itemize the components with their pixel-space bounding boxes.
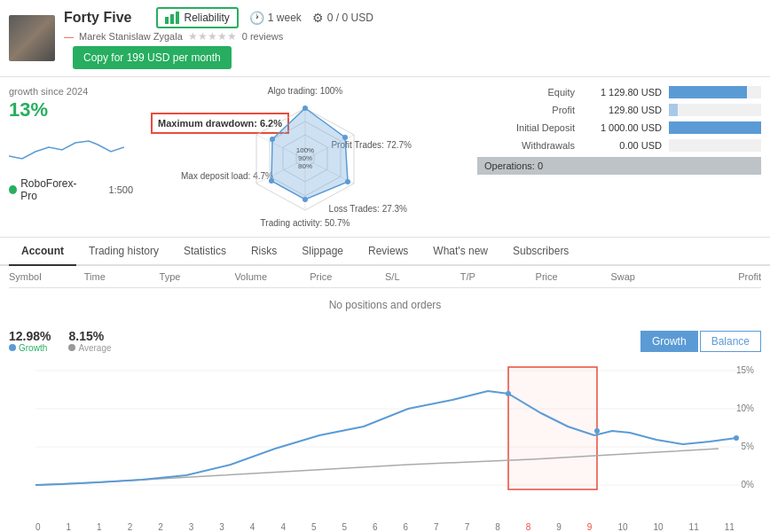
chart-stats: 12.98% Growth 8.15% Average xyxy=(9,329,112,353)
table-header: Symbol Time Type Volume Price S/L T/P Pr… xyxy=(9,266,761,288)
broker-leverage: 1:500 xyxy=(108,184,133,195)
table-section: Symbol Time Type Volume Price S/L T/P Pr… xyxy=(0,266,770,322)
col-sl: S/L xyxy=(385,271,460,282)
tabs-bar: Account Trading history Statistics Risks… xyxy=(0,238,770,266)
profit-value: 129.80 USD xyxy=(582,105,662,115)
reliability-bars xyxy=(165,12,179,24)
header-info: Forty Five Reliability 🕐 1 week ⚙ 0 xyxy=(64,7,761,69)
btn-growth[interactable]: Growth xyxy=(640,331,698,352)
chart-growth-label: Growth xyxy=(9,343,51,353)
col-time: Time xyxy=(84,271,160,282)
growth-line xyxy=(35,391,736,485)
col-type: Type xyxy=(160,271,235,282)
clock-icon: 🕐 xyxy=(249,11,264,25)
chart-avg-label: Average xyxy=(68,343,111,353)
col-tp: T/P xyxy=(460,271,536,282)
profit-bar-wrap xyxy=(669,104,761,116)
deposit-row: Initial Deposit 1 000.00 USD xyxy=(477,121,761,134)
equity-value: 1 129.80 USD xyxy=(582,87,662,98)
chart-controls: 12.98% Growth 8.15% Average Growth Balan… xyxy=(9,329,761,353)
col-swap: Swap xyxy=(610,271,686,282)
chart-section: 12.98% Growth 8.15% Average Growth Balan… xyxy=(0,322,770,532)
btn-balance[interactable]: Balance xyxy=(700,331,761,352)
col-symbol: Symbol xyxy=(9,271,84,282)
operations-label: Operations: 0 xyxy=(484,160,543,171)
star-rating: ★★★★★ xyxy=(188,30,237,43)
tab-account[interactable]: Account xyxy=(9,238,76,266)
period-badge: 🕐 1 week xyxy=(249,11,302,25)
mini-chart xyxy=(9,125,124,169)
chart-growth-stat: 12.98% Growth xyxy=(9,329,51,353)
profit-row: Profit 129.80 USD xyxy=(477,104,761,116)
pnl-value: 0 / 0 USD xyxy=(327,12,373,24)
deposit-value: 1 000.00 USD xyxy=(582,122,662,133)
withdraw-row: Withdrawals 0.00 USD xyxy=(477,139,761,152)
col-volume: Volume xyxy=(234,271,310,282)
badges: Reliability 🕐 1 week ⚙ 0 / 0 USD xyxy=(156,7,373,28)
svg-point-8 xyxy=(302,106,308,111)
right-stats: Equity 1 129.80 USD Profit 129.80 USD In… xyxy=(477,86,761,228)
svg-text:10%: 10% xyxy=(736,403,754,413)
tab-subscribers[interactable]: Subscribers xyxy=(500,238,581,266)
col-price2: Price xyxy=(536,271,611,282)
col-profit: Profit xyxy=(686,271,761,282)
chart-growth-value: 12.98% xyxy=(9,329,51,343)
tab-whats-new[interactable]: What's new xyxy=(420,238,500,266)
chart-wrap: 15% 10% 5% 0% xyxy=(9,360,761,522)
header: Forty Five Reliability 🕐 1 week ⚙ 0 xyxy=(0,0,770,77)
chart-avg-value: 8.15% xyxy=(68,329,111,343)
equity-bar-wrap xyxy=(669,86,761,98)
radar-svg: 100% 90% 80% xyxy=(216,95,394,237)
svg-text:100%: 100% xyxy=(296,146,314,154)
stats-section: growth since 2024 13% RoboForex-Pro 1:50… xyxy=(0,77,770,238)
svg-point-12 xyxy=(269,178,274,184)
tab-slippage[interactable]: Slippage xyxy=(289,238,356,266)
withdraw-value: 0.00 USD xyxy=(582,140,662,151)
reviews-count: 0 reviews xyxy=(242,31,283,42)
svg-point-11 xyxy=(302,197,308,202)
deposit-label: Initial Deposit xyxy=(477,122,575,133)
left-stats: growth since 2024 13% RoboForex-Pro 1:50… xyxy=(9,86,133,228)
reliability-label: Reliability xyxy=(184,12,229,24)
svg-text:15%: 15% xyxy=(736,365,754,375)
radar-section: Maximum drawdown: 6.2% Algo trading: 100… xyxy=(142,86,468,228)
tab-trading-history[interactable]: Trading history xyxy=(76,238,171,266)
copy-button[interactable]: Copy for 199 USD per month xyxy=(73,46,232,69)
svg-point-25 xyxy=(506,391,511,396)
svg-point-9 xyxy=(342,135,348,140)
svg-text:5%: 5% xyxy=(742,442,755,451)
settings-icon: ⚙ xyxy=(312,11,324,25)
operations-row: Operations: 0 xyxy=(477,157,761,175)
equity-row: Equity 1 129.80 USD xyxy=(477,86,761,98)
tab-statistics[interactable]: Statistics xyxy=(171,238,239,266)
highlighted-region xyxy=(508,367,597,489)
broker-dot xyxy=(9,185,17,194)
equity-bar xyxy=(669,86,747,98)
svg-text:80%: 80% xyxy=(298,162,312,170)
svg-text:0%: 0% xyxy=(742,480,755,489)
col-price1: Price xyxy=(310,271,385,282)
broker-row: RoboForex-Pro 1:500 xyxy=(9,177,133,202)
broker-name: RoboForex-Pro xyxy=(20,177,87,202)
chart-buttons: Growth Balance xyxy=(640,331,761,352)
growth-since: growth since 2024 xyxy=(9,86,133,97)
pnl-badge: ⚙ 0 / 0 USD xyxy=(312,11,373,25)
withdraw-label: Withdrawals xyxy=(477,140,575,151)
tab-reviews[interactable]: Reviews xyxy=(356,238,420,266)
profit-label: Profit xyxy=(477,105,575,115)
svg-text:90%: 90% xyxy=(298,154,312,162)
deposit-bar-wrap xyxy=(669,121,761,134)
reliability-badge: Reliability xyxy=(156,7,238,28)
svg-point-10 xyxy=(345,179,350,184)
growth-value: 13% xyxy=(9,98,133,121)
svg-point-26 xyxy=(594,428,600,434)
profit-bar xyxy=(669,104,678,116)
withdraw-bar-wrap xyxy=(669,139,761,152)
deposit-bar xyxy=(669,121,761,134)
period-label: 1 week xyxy=(268,12,302,24)
svg-point-27 xyxy=(734,435,739,441)
author-name: Marek Stanislaw Zygala xyxy=(79,31,183,42)
tab-risks[interactable]: Risks xyxy=(239,238,289,266)
chart-avg-stat: 8.15% Average xyxy=(68,329,111,353)
signal-title: Forty Five xyxy=(64,10,131,26)
